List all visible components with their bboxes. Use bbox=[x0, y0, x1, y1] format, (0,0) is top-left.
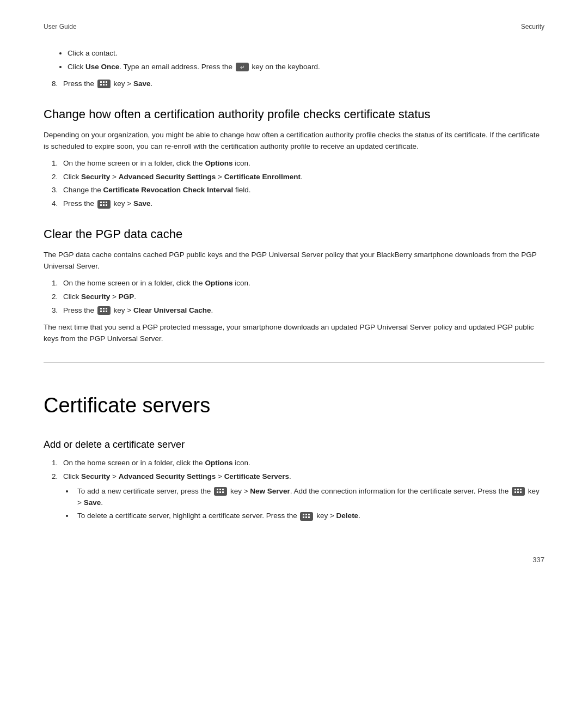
section2-title: Clear the PGP data cache bbox=[44, 225, 544, 243]
svg-rect-12 bbox=[106, 202, 107, 203]
section1-description: Depending on your organization, you migh… bbox=[44, 130, 544, 153]
step-item: Press the key > Clear Universal Cache. bbox=[60, 305, 544, 317]
menu-key-icon bbox=[300, 512, 313, 521]
svg-rect-29 bbox=[222, 491, 224, 493]
section3-title: Add or delete a certificate server bbox=[44, 437, 544, 452]
bold-text: Certificate Revocation Check Interval bbox=[103, 186, 234, 194]
svg-rect-8 bbox=[106, 84, 107, 86]
svg-rect-32 bbox=[517, 489, 519, 490]
bold-text: Options bbox=[205, 459, 232, 467]
svg-rect-35 bbox=[517, 491, 519, 493]
svg-rect-21 bbox=[103, 311, 105, 312]
bold-text: Advanced Security Settings bbox=[119, 472, 216, 480]
bold-text: Delete bbox=[336, 512, 359, 520]
svg-rect-31 bbox=[514, 489, 516, 490]
menu-key-icon bbox=[97, 80, 111, 88]
bullet-item: Click Use Once. Type an email address. P… bbox=[68, 62, 544, 73]
header-right: Security bbox=[521, 22, 544, 32]
section2-steps: On the home screen or in a folder, click… bbox=[60, 278, 544, 317]
bold-text: Save bbox=[133, 80, 151, 88]
menu-key-icon bbox=[97, 306, 111, 315]
bold-text: Use Once bbox=[85, 63, 119, 71]
svg-rect-10 bbox=[100, 202, 102, 203]
svg-rect-24 bbox=[217, 489, 218, 490]
svg-rect-34 bbox=[514, 491, 516, 493]
svg-rect-5 bbox=[106, 81, 107, 83]
bold-text: Save bbox=[133, 199, 151, 208]
svg-rect-42 bbox=[305, 516, 307, 518]
svg-rect-14 bbox=[103, 204, 105, 206]
svg-rect-43 bbox=[308, 516, 310, 518]
top-bullet-list: Click a contact. Click Use Once. Type an… bbox=[68, 48, 544, 73]
bold-text: Security bbox=[81, 173, 110, 181]
top-bullets-section: Click a contact. Click Use Once. Type an… bbox=[44, 48, 544, 90]
step-item: On the home screen or in a folder, click… bbox=[60, 458, 544, 469]
step-list: Press the key > Save. bbox=[60, 78, 544, 90]
svg-rect-26 bbox=[222, 489, 224, 490]
bold-text: Certificate Servers bbox=[224, 472, 289, 480]
section1-steps: On the home screen or in a folder, click… bbox=[60, 158, 544, 210]
bold-text: Advanced Security Settings bbox=[119, 173, 216, 181]
bullet-item: To delete a certificate server, highligh… bbox=[74, 510, 544, 522]
bold-text: Certificate Enrollment bbox=[224, 173, 301, 181]
menu-key-icon bbox=[97, 200, 111, 209]
page-header: User Guide Security bbox=[44, 22, 544, 32]
svg-rect-22 bbox=[106, 311, 107, 312]
section1-title: Change how often a certification authori… bbox=[44, 105, 544, 123]
svg-text:↵: ↵ bbox=[240, 64, 244, 70]
step-item: On the home screen or in a folder, click… bbox=[60, 278, 544, 289]
svg-rect-36 bbox=[520, 491, 522, 493]
bullet-item: Click a contact. bbox=[68, 48, 544, 59]
menu-key-icon bbox=[214, 487, 227, 496]
svg-rect-41 bbox=[303, 516, 304, 518]
svg-rect-6 bbox=[100, 84, 102, 86]
bold-text: New Server bbox=[250, 487, 290, 495]
bold-text: Save bbox=[84, 498, 101, 507]
section2-description: The PGP data cache contains cached PGP p… bbox=[44, 249, 544, 272]
header-left: User Guide bbox=[44, 22, 77, 32]
bold-text: Security bbox=[81, 293, 110, 301]
svg-rect-7 bbox=[103, 84, 105, 86]
svg-rect-28 bbox=[219, 491, 221, 493]
section3-steps: On the home screen or in a folder, click… bbox=[60, 458, 544, 522]
svg-rect-15 bbox=[106, 204, 107, 206]
svg-rect-38 bbox=[303, 514, 304, 515]
step-item: On the home screen or in a folder, click… bbox=[60, 158, 544, 169]
svg-rect-3 bbox=[100, 81, 102, 83]
page-footer: 337 bbox=[44, 555, 544, 565]
svg-rect-20 bbox=[100, 311, 102, 312]
bold-text: Security bbox=[81, 472, 110, 480]
section3-bullets: To add a new certificate server, press t… bbox=[74, 486, 544, 522]
svg-rect-27 bbox=[217, 491, 218, 493]
svg-rect-11 bbox=[103, 202, 105, 203]
bullet-item: To add a new certificate server, press t… bbox=[74, 486, 544, 509]
section-cert-server: Add or delete a certificate server On th… bbox=[44, 437, 544, 522]
section-cert-authority: Change how often a certification authori… bbox=[44, 105, 544, 210]
bold-text: PGP bbox=[119, 293, 134, 301]
svg-rect-19 bbox=[106, 308, 107, 309]
step-item: Press the key > Save. bbox=[60, 198, 544, 210]
svg-rect-17 bbox=[100, 308, 102, 309]
step-item: Click Security > PGP. bbox=[60, 291, 544, 303]
section-divider bbox=[44, 362, 544, 363]
svg-rect-39 bbox=[305, 514, 307, 515]
step-item: Click Security > Advanced Security Setti… bbox=[60, 471, 544, 522]
step-item: Press the key > Save. bbox=[60, 78, 544, 90]
enter-key-icon: ↵ bbox=[236, 63, 249, 71]
svg-rect-33 bbox=[520, 489, 522, 490]
chapter-title: Certificate servers bbox=[44, 385, 544, 421]
section2-footer: The next time that you send a PGP protec… bbox=[44, 322, 544, 345]
bold-text: Options bbox=[205, 279, 232, 287]
svg-rect-25 bbox=[219, 489, 221, 490]
section-pgp-cache: Clear the PGP data cache The PGP data ca… bbox=[44, 225, 544, 344]
step-item: Change the Certificate Revocation Check … bbox=[60, 185, 544, 196]
bold-text: Options bbox=[205, 159, 232, 167]
page-number: 337 bbox=[532, 555, 544, 565]
menu-key-icon bbox=[512, 487, 525, 496]
step-item: Click Security > Advanced Security Setti… bbox=[60, 172, 544, 183]
svg-rect-18 bbox=[103, 308, 105, 309]
svg-rect-40 bbox=[308, 514, 310, 515]
svg-rect-4 bbox=[103, 81, 105, 83]
bold-text: Clear Universal Cache bbox=[133, 306, 211, 314]
svg-rect-13 bbox=[100, 204, 102, 206]
